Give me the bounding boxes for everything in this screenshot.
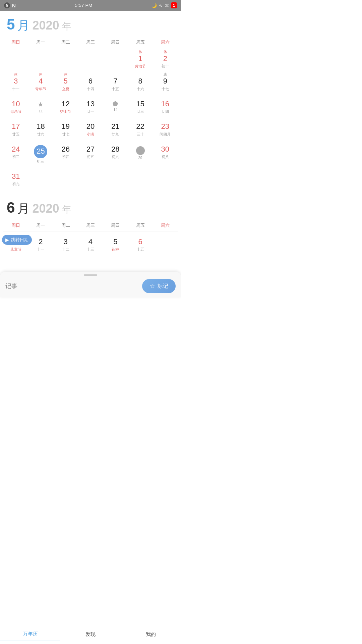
cal-cell-empty [53, 166, 78, 189]
calendar-scroll[interactable]: 5 月 2020 年 周日 周一 周二 周三 周四 周五 周六 休 1 劳动节 [0, 11, 181, 272]
cal-cell-may-31[interactable]: 31 初九 [3, 166, 28, 189]
bottom-row: 记事 ☆ 标记 [5, 279, 176, 293]
may-month-number: 5 [7, 16, 15, 33]
june-weekdays: 周日 周一 周二 周三 周四 周五 周六 [3, 220, 178, 231]
notification-count-badge: 1 [171, 2, 177, 8]
june-2020-section: 6 月 2020 年 周日 周一 周二 周三 周四 周五 周六 1 儿童节 ▶ … [0, 194, 181, 254]
cal-cell-may-3[interactable]: 休 3 十一 [3, 71, 28, 93]
cal-cell-may-19[interactable]: 19 廿七 [53, 116, 78, 139]
june-yue: 月 [17, 201, 29, 217]
june-weekday-tue: 周二 [53, 221, 78, 230]
cal-cell-may-10[interactable]: 10 母亲节 [3, 94, 28, 116]
cal-cell-may-26[interactable]: 26 初四 [53, 139, 78, 166]
june-year: 2020 [32, 202, 59, 216]
cal-cell-june-6[interactable]: 6 十五 [128, 231, 153, 254]
cal-cell-may-18[interactable]: 18 廿六 [28, 116, 53, 139]
cal-cell-may-6[interactable]: 6 十四 [78, 71, 103, 93]
cell-top-xiu: 休 [139, 50, 142, 54]
cal-cell-empty [28, 48, 53, 71]
cal-cell-may-28[interactable]: 28 初六 [103, 139, 128, 166]
cell-day-2: 2 [163, 54, 167, 63]
may-yue: 月 [17, 17, 29, 34]
biaoji-label: 标记 [158, 283, 168, 290]
pentagon-icon [112, 100, 119, 107]
cal-cell-may-2[interactable]: 休 2 初十 [153, 48, 178, 71]
biaoji-star-icon: ☆ [149, 282, 155, 290]
may-weekdays: 周日 周一 周二 周三 周四 周五 周六 [3, 37, 178, 48]
cal-cell-may-5[interactable]: 休 5 立夏 [53, 71, 78, 93]
cal-cell-may-20[interactable]: 20 小满 [78, 116, 103, 139]
notification-badge-5: 5 [4, 2, 10, 8]
weekday-sun: 周日 [3, 38, 28, 47]
cal-cell-empty [3, 48, 28, 71]
cal-cell-empty [153, 166, 178, 189]
today-25: 25 [34, 145, 47, 158]
status-left: 5 N [4, 2, 16, 8]
svg-marker-0 [113, 101, 118, 106]
cal-cell-may-8[interactable]: 8 十六 [128, 71, 153, 93]
cal-cell-june-5[interactable]: 5 芒种 [103, 231, 128, 254]
june-weekday-thu: 周四 [103, 221, 128, 230]
cal-cell-may-15[interactable]: 15 廿三 [128, 94, 153, 116]
june-weekday-mon: 周一 [28, 221, 53, 230]
cal-cell-may-23[interactable]: 23 闰四月 [153, 116, 178, 139]
may-year: 2020 [32, 18, 59, 33]
cal-cell-may-27[interactable]: 27 初五 [78, 139, 103, 166]
cal-cell-empty [53, 48, 78, 71]
bottom-drag-handle[interactable] [84, 274, 97, 276]
biaoji-button[interactable]: ☆ 标记 [142, 279, 176, 293]
cal-cell-empty [78, 48, 103, 71]
cal-cell-empty [128, 166, 153, 189]
cal-cell-may-11[interactable]: ★ 11 [28, 94, 53, 116]
may-2020-section: 5 月 2020 年 周日 周一 周二 周三 周四 周五 周六 休 1 劳动节 [0, 11, 181, 189]
cal-cell-may-4[interactable]: 休 4 青年节 [28, 71, 53, 93]
cal-cell-may-17[interactable]: 17 廿五 [3, 116, 28, 139]
weekday-fri: 周五 [128, 38, 153, 47]
wifi-icon: ⌘ [165, 3, 169, 8]
cal-cell-may-30[interactable]: 30 初八 [153, 139, 178, 166]
cell-day-1: 1 [138, 54, 142, 63]
cal-cell-empty [103, 166, 128, 189]
jump-label: 跳转日期 [11, 237, 28, 243]
cal-cell-june-2[interactable]: 2 十一 [28, 231, 53, 254]
cal-cell-june-3[interactable]: 3 十二 [53, 231, 78, 254]
cal-cell-june-4[interactable]: 4 十三 [78, 231, 103, 254]
june-nian: 年 [62, 203, 71, 216]
cal-cell-may-21[interactable]: 21 廿九 [103, 116, 128, 139]
cal-cell-may-16[interactable]: 16 廿四 [153, 94, 178, 116]
gray-dot-29 [136, 146, 145, 155]
play-icon: ▶ [5, 237, 9, 243]
bluetooth-icon: ∿ [159, 3, 163, 8]
weekday-tue: 周二 [53, 38, 78, 47]
cell-lunar-chushi: 初十 [162, 64, 169, 69]
may-nian: 年 [62, 20, 71, 33]
cal-cell-june-prev[interactable]: 1 儿童节 ▶ 跳转日期 [3, 231, 28, 254]
june-weekday-fri: 周五 [128, 221, 153, 230]
cal-cell-may-9[interactable]: 班 9 十七 [153, 71, 178, 93]
n-icon: N [12, 3, 16, 8]
weekday-sat: 周六 [153, 38, 178, 47]
cal-cell-may-14[interactable]: 14 [103, 94, 128, 116]
weekday-thu: 周四 [103, 38, 128, 47]
june-weekday-sun: 周日 [3, 221, 28, 230]
cal-cell-may-25[interactable]: 25 初三 [28, 139, 53, 166]
cal-cell-may-7[interactable]: 7 十五 [103, 71, 128, 93]
cal-cell-empty [78, 166, 103, 189]
cal-cell-may-13[interactable]: 13 廿一 [78, 94, 103, 116]
weekday-mon: 周一 [28, 38, 53, 47]
cal-cell-may-22[interactable]: 22 三十 [128, 116, 153, 139]
cal-cell-empty [103, 48, 128, 71]
june-weekday-sat: 周六 [153, 221, 178, 230]
cal-cell-may-29[interactable]: 29 [128, 139, 153, 166]
status-bar: 5 N 5:57 PM 🌙 ∿ ⌘ 1 [0, 0, 181, 11]
moon-icon: 🌙 [152, 3, 157, 8]
may-title: 5 月 2020 年 [3, 11, 178, 37]
cal-cell-may-24[interactable]: 24 初二 [3, 139, 28, 166]
status-time: 5:57 PM [75, 3, 92, 8]
cal-cell-may-1[interactable]: 休 1 劳动节 [128, 48, 153, 71]
cal-cell-may-12[interactable]: 12 护士节 [53, 94, 78, 116]
june-weekday-wed: 周三 [78, 221, 103, 230]
status-right: 🌙 ∿ ⌘ 1 [152, 2, 177, 8]
cell-top-xiu2: 休 [164, 50, 167, 54]
jump-date-button[interactable]: ▶ 跳转日期 [2, 235, 32, 245]
